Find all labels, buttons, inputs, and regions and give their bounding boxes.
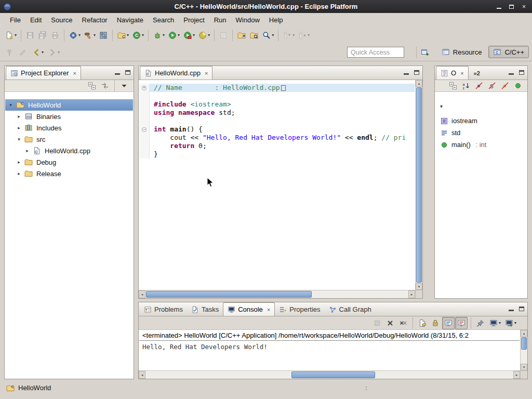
build-button[interactable]: ▾ bbox=[82, 29, 97, 42]
quick-access-input[interactable] bbox=[347, 47, 404, 58]
terminate-button[interactable] bbox=[371, 317, 383, 329]
expand-arrow-icon[interactable]: ▸ bbox=[16, 125, 22, 130]
code-line-2[interactable] bbox=[139, 92, 415, 100]
menu-file[interactable]: File bbox=[5, 14, 25, 26]
menu-edit[interactable]: Edit bbox=[25, 14, 46, 26]
dropdown-arrow-icon[interactable]: ▾ bbox=[15, 33, 17, 37]
dropdown-arrow-icon[interactable]: ▾ bbox=[178, 33, 180, 37]
link-with-editor-button[interactable] bbox=[99, 81, 111, 91]
dropdown-arrow-icon[interactable]: ▾ bbox=[142, 33, 144, 37]
open-element-button[interactable] bbox=[235, 29, 248, 42]
hscrollbar-thumb[interactable] bbox=[291, 371, 375, 378]
close-icon[interactable]: × bbox=[267, 307, 270, 313]
outline-item-main[interactable]: main() : int bbox=[435, 139, 527, 151]
window-maximize-button[interactable] bbox=[506, 2, 517, 11]
scroll-left-arrow[interactable]: ◂ bbox=[139, 371, 145, 379]
new-button[interactable]: ▾ bbox=[3, 29, 18, 42]
perspective-c-c-button[interactable]: CC/C++ bbox=[488, 46, 529, 58]
hide-static-members-button[interactable]: S bbox=[486, 81, 498, 91]
tab-tasks[interactable]: Tasks bbox=[187, 303, 223, 316]
last-edit-location-button[interactable] bbox=[17, 46, 29, 59]
remove-all-terminated-button[interactable] bbox=[397, 317, 409, 329]
tree-item-helloworld[interactable]: ▾ C HelloWorld bbox=[5, 99, 133, 111]
dropdown-arrow-icon[interactable]: ▾ bbox=[94, 33, 96, 37]
clear-console-button[interactable] bbox=[416, 317, 429, 329]
linked-indicator-button[interactable] bbox=[512, 81, 524, 91]
toggle-mark-occurrences-button[interactable] bbox=[217, 29, 230, 42]
dropdown-arrow-icon[interactable]: ▾ bbox=[42, 50, 44, 55]
tree-item-release[interactable]: ▸ Release bbox=[5, 168, 133, 179]
search-button[interactable]: ▾ bbox=[260, 29, 275, 42]
close-icon[interactable]: × bbox=[205, 70, 208, 76]
scroll-down-arrow[interactable]: ▾ bbox=[416, 283, 422, 290]
back-button[interactable]: ▾ bbox=[30, 46, 45, 59]
editor-tab-helloworld-cpp[interactable]: C HelloWorld.cpp × bbox=[140, 66, 212, 79]
resize-grip[interactable] bbox=[366, 387, 367, 390]
window-minimize-button[interactable] bbox=[494, 2, 504, 11]
debug-configurations-button[interactable]: ▾ bbox=[67, 29, 82, 42]
code-line-3[interactable]: #include <iostream> bbox=[139, 100, 415, 109]
scroll-left-arrow[interactable]: ◂ bbox=[139, 290, 145, 298]
expand-arrow-icon[interactable]: ▸ bbox=[16, 159, 22, 165]
forward-button[interactable]: ▾ bbox=[46, 46, 61, 59]
collapse-all-button[interactable] bbox=[447, 81, 459, 91]
hide-fields-button[interactable] bbox=[473, 81, 485, 91]
perspective-resource-button[interactable]: Resource bbox=[437, 46, 487, 58]
build-all-button[interactable] bbox=[97, 29, 110, 42]
dropdown-arrow-icon[interactable]: ▾ bbox=[514, 321, 516, 325]
menu-refactor[interactable]: Refactor bbox=[77, 14, 112, 26]
remove-launch-button[interactable] bbox=[384, 317, 396, 329]
minimize-view-button[interactable] bbox=[509, 70, 514, 75]
hidden-views-count[interactable]: »2 bbox=[474, 70, 480, 76]
code-line-4[interactable]: using namespace std; bbox=[139, 109, 415, 117]
window-close-button[interactable]: × bbox=[518, 2, 529, 11]
new-cpp-project-button[interactable]: C▾ bbox=[115, 29, 130, 42]
editor-hscrollbar[interactable]: ◂ ▸ bbox=[139, 290, 415, 298]
save-all-button[interactable] bbox=[36, 29, 49, 42]
outline-tab[interactable]: O × bbox=[436, 66, 469, 79]
scroll-up-arrow[interactable]: ▴ bbox=[521, 330, 527, 337]
collapse-fold-icon[interactable]: − bbox=[142, 127, 147, 132]
dropdown-arrow-icon[interactable]: ▾ bbox=[308, 33, 310, 37]
display-selected-console-button[interactable]: ▾ bbox=[487, 317, 502, 329]
close-icon[interactable]: × bbox=[73, 70, 76, 76]
maximize-view-button[interactable] bbox=[519, 70, 524, 75]
expand-arrow-icon[interactable]: ▸ bbox=[24, 148, 31, 153]
expand-arrow-icon[interactable]: ▾ bbox=[16, 137, 22, 142]
code-line-9[interactable]: } bbox=[139, 150, 415, 158]
minimize-view-button[interactable] bbox=[404, 70, 409, 75]
menu-help[interactable]: Help bbox=[264, 14, 288, 26]
menu-navigate[interactable]: Navigate bbox=[112, 14, 148, 26]
close-icon[interactable]: × bbox=[460, 70, 463, 76]
show-console-on-stdout-button[interactable] bbox=[442, 317, 455, 329]
expand-arrow-icon[interactable]: ▾ bbox=[7, 102, 14, 108]
dropdown-arrow-icon[interactable]: ▾ bbox=[292, 33, 295, 37]
outline-item-std[interactable]: std bbox=[435, 127, 527, 139]
hscrollbar-thumb[interactable] bbox=[146, 291, 312, 298]
open-perspective-button[interactable] bbox=[419, 46, 431, 59]
project-explorer-tab[interactable]: Project Explorer × bbox=[6, 66, 81, 79]
next-annotation-button[interactable]: ▾ bbox=[281, 29, 296, 42]
dropdown-arrow-icon[interactable]: ▾ bbox=[272, 33, 274, 37]
tree-item-src[interactable]: ▾ src bbox=[5, 134, 133, 145]
save-button[interactable] bbox=[24, 29, 36, 42]
dropdown-arrow-icon[interactable]: ▾ bbox=[499, 321, 501, 325]
outline-dropdown-arrow[interactable]: ▾ bbox=[440, 103, 443, 109]
code-line-1[interactable]: + // Name : HelloWorld.cpp bbox=[139, 84, 415, 92]
menu-run[interactable]: Run bbox=[209, 14, 231, 26]
menu-source[interactable]: Source bbox=[46, 14, 77, 26]
editor-vscrollbar[interactable]: ▴ ▾ bbox=[415, 80, 422, 290]
maximize-view-button[interactable] bbox=[519, 307, 524, 311]
open-console-button[interactable]: ▾ bbox=[503, 317, 518, 329]
new-cpp-class-button[interactable]: C▾ bbox=[130, 29, 145, 42]
tab-properties[interactable]: Properties bbox=[275, 303, 324, 316]
minimize-view-button[interactable] bbox=[509, 307, 514, 311]
console-output[interactable]: Hello, Red Hat Developers World! bbox=[139, 341, 520, 353]
scroll-right-arrow[interactable]: ▸ bbox=[513, 371, 520, 379]
sort-button[interactable]: az bbox=[460, 81, 472, 91]
hide-non-public-members-button[interactable] bbox=[499, 81, 511, 91]
expand-fold-icon[interactable]: + bbox=[142, 86, 147, 90]
print-button[interactable] bbox=[49, 29, 61, 42]
menu-search[interactable]: Search bbox=[148, 14, 179, 26]
code-line-8[interactable]: return 0; bbox=[139, 142, 415, 150]
